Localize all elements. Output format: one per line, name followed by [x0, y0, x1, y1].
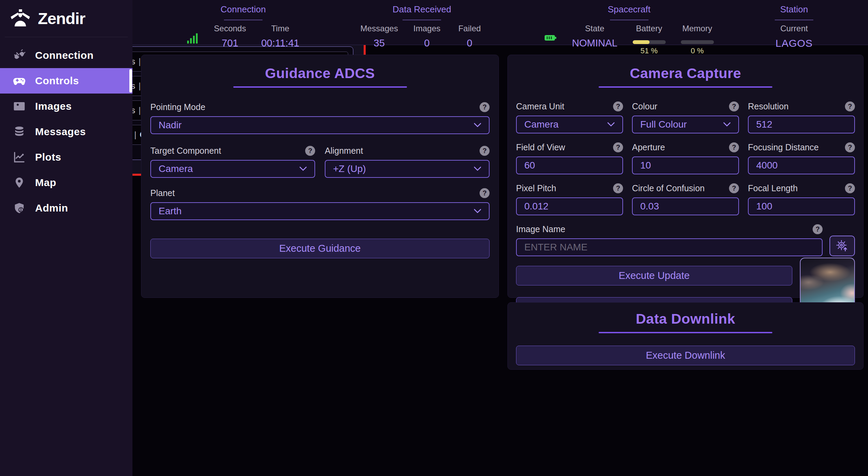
time-value: 00:11:41: [261, 37, 299, 49]
sidebar-item-plots[interactable]: Plots: [0, 144, 132, 170]
help-icon[interactable]: ?: [480, 102, 490, 112]
image-name-input[interactable]: [516, 238, 823, 256]
sidebar-nav: Connection Controls: [0, 43, 132, 221]
images-label: Images: [414, 24, 441, 33]
help-icon[interactable]: ?: [613, 183, 623, 193]
camera-unit-value: Camera: [524, 119, 559, 130]
focal-length-input[interactable]: [748, 197, 855, 215]
help-icon[interactable]: ?: [480, 188, 490, 198]
help-icon[interactable]: ?: [613, 101, 623, 111]
messages-value: 35: [374, 37, 385, 49]
sidebar-item-controls[interactable]: Controls: [0, 68, 132, 94]
resolution-label: Resolution: [748, 101, 789, 111]
planet-select[interactable]: Earth: [150, 202, 490, 220]
help-icon[interactable]: ?: [845, 101, 855, 111]
connection-section: Connection Seconds 701 Time 00:11:41: [187, 0, 299, 49]
seconds-stat: Seconds 701: [214, 24, 246, 49]
data-received-section: Data Received Messages 35 Images 0 Faile…: [361, 0, 483, 49]
seconds-value: 701: [222, 37, 238, 49]
data-downlink-title: Data Downlink: [516, 311, 855, 327]
colour-value: Full Colour: [640, 119, 687, 130]
field-of-view-input[interactable]: [516, 156, 623, 174]
field-of-view-label: Field of View: [516, 142, 565, 152]
help-icon[interactable]: ?: [729, 101, 739, 111]
panel-title-underline: [599, 332, 772, 333]
sidebar: Zendir Connection: [0, 0, 132, 476]
shield-icon: [12, 201, 26, 215]
seconds-label: Seconds: [214, 24, 246, 33]
spacecraft-section: Spacecraft State NOMINAL Battery 51: [544, 0, 714, 55]
data-downlink-panel: Data Downlink Execute Downlink: [507, 302, 864, 370]
sidebar-item-connection[interactable]: Connection: [0, 43, 132, 68]
help-icon[interactable]: ?: [845, 142, 855, 152]
gear-upload-icon: [836, 239, 849, 252]
alignment-select[interactable]: +Z (Up): [325, 160, 490, 178]
state-stat: State NOMINAL: [572, 24, 617, 49]
time-stat: Time 00:11:41: [261, 24, 299, 49]
sidebar-item-admin[interactable]: Admin: [0, 195, 132, 221]
focusing-distance-label: Focusing Distance: [748, 142, 819, 152]
connection-title: Connection: [221, 4, 266, 15]
aperture-input[interactable]: [632, 156, 739, 174]
help-icon[interactable]: ?: [480, 146, 490, 156]
camera-capture-panel: Camera Capture Camera Unit ? Camera Colo…: [507, 55, 864, 298]
camera-unit-select[interactable]: Camera: [516, 116, 623, 133]
database-icon: [12, 125, 26, 139]
station-section: Station Current LAGOS: [775, 0, 813, 49]
current-station-label: Current: [780, 24, 808, 33]
state-value: NOMINAL: [572, 37, 617, 49]
sidebar-item-label: Map: [35, 177, 56, 188]
sidebar-item-label: Connection: [35, 50, 94, 61]
images-value: 0: [424, 37, 430, 49]
spacecraft-title: Spacecraft: [608, 4, 650, 15]
station-title: Station: [780, 4, 808, 15]
chevron-down-icon: [723, 122, 731, 127]
section-underline: [610, 20, 649, 20]
image-settings-button[interactable]: [829, 236, 855, 256]
current-station-value: LAGOS: [775, 37, 813, 49]
pointing-mode-select[interactable]: Nadir: [150, 116, 490, 134]
circle-of-confusion-input[interactable]: [632, 197, 739, 215]
battery-stat: Battery 51 %: [633, 24, 666, 55]
guidance-adcs-panel: Guidance ADCS Pointing Mode ? Nadir Targ…: [141, 55, 499, 298]
camera-unit-label: Camera Unit: [516, 101, 564, 111]
pixel-pitch-input[interactable]: [516, 197, 623, 215]
sidebar-item-label: Admin: [35, 202, 68, 214]
help-icon[interactable]: ?: [613, 142, 623, 152]
sidebar-item-label: Images: [35, 100, 72, 112]
failed-value: 0: [467, 37, 472, 49]
help-icon[interactable]: ?: [729, 183, 739, 193]
resolution-input[interactable]: [748, 116, 855, 133]
battery-meter: [633, 40, 666, 44]
target-component-select[interactable]: Camera: [150, 160, 315, 178]
image-icon: [12, 99, 26, 113]
execute-update-button[interactable]: Execute Update: [516, 266, 792, 285]
battery-fill: [633, 40, 650, 44]
chevron-down-icon: [474, 209, 481, 214]
sidebar-item-map[interactable]: Map: [0, 170, 132, 195]
execute-guidance-button[interactable]: Execute Guidance: [150, 239, 490, 258]
help-icon[interactable]: ?: [845, 183, 855, 193]
target-component-label: Target Component: [150, 146, 221, 156]
current-station-stat: Current LAGOS: [775, 24, 813, 49]
help-icon[interactable]: ?: [813, 224, 823, 234]
images-stat: Images 0: [413, 24, 441, 49]
chart-icon: [12, 150, 26, 164]
app-root: Zendir Connection: [0, 0, 868, 476]
pointing-mode-label: Pointing Mode: [150, 102, 205, 112]
help-icon[interactable]: ?: [729, 142, 739, 152]
colour-label: Colour: [632, 101, 657, 111]
panel-title-underline: [599, 86, 772, 88]
state-label: State: [585, 24, 604, 33]
execute-downlink-button[interactable]: Execute Downlink: [516, 346, 855, 365]
colour-select[interactable]: Full Colour: [632, 116, 739, 133]
sidebar-item-messages[interactable]: Messages: [0, 119, 132, 144]
help-icon[interactable]: ?: [305, 146, 315, 156]
alignment-value: +Z (Up): [333, 163, 366, 174]
messages-label: Messages: [361, 24, 398, 33]
focusing-distance-input[interactable]: [748, 156, 855, 174]
sidebar-item-images[interactable]: Images: [0, 94, 132, 119]
panel-title-underline: [233, 86, 407, 88]
sidebar-item-label: Controls: [35, 75, 79, 87]
focal-length-label: Focal Length: [748, 183, 798, 193]
